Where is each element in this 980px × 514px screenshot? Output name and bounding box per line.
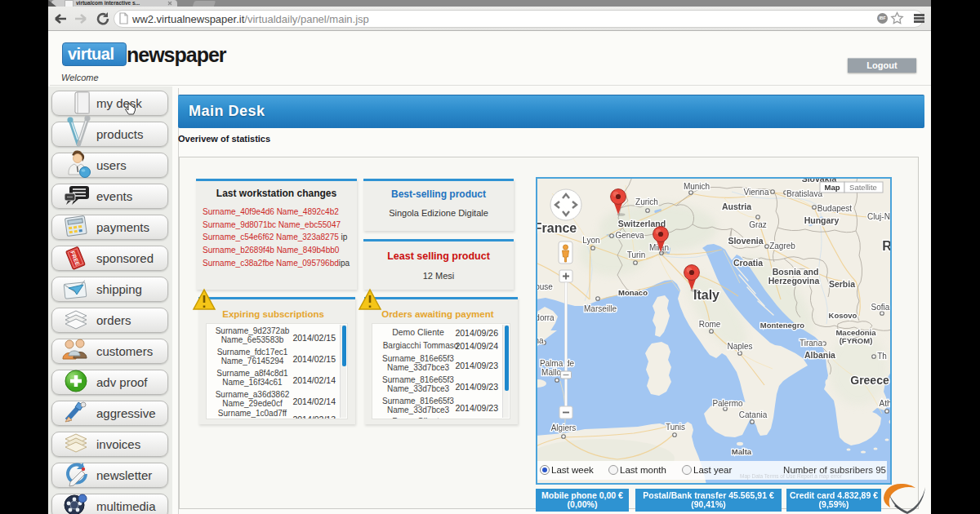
svg-text:Rome: Rome bbox=[699, 320, 721, 329]
svg-text:Marseille: Marseille bbox=[584, 304, 617, 313]
svg-text:Slovenia: Slovenia bbox=[728, 236, 763, 246]
svg-text:Tirana: Tirana bbox=[800, 339, 822, 348]
svg-text:Bratislava: Bratislava bbox=[786, 189, 822, 198]
svg-text:Serbia: Serbia bbox=[829, 279, 855, 289]
svg-text:Last month: Last month bbox=[620, 465, 666, 475]
svg-text:Ath: Ath bbox=[879, 399, 891, 408]
svg-text:Turin: Turin bbox=[627, 250, 645, 259]
svg-text:Sofia: Sofia bbox=[871, 303, 890, 312]
svg-text:Mallo: Mallo bbox=[541, 368, 561, 377]
svg-text:ouse: ouse bbox=[536, 282, 553, 291]
svg-text:Lyon: Lyon bbox=[582, 236, 599, 245]
svg-text:Albania: Albania bbox=[804, 350, 835, 360]
svg-text:Monaco: Monaco bbox=[618, 288, 648, 297]
svg-text:Naples: Naples bbox=[727, 342, 752, 351]
svg-text:(FYROM): (FYROM) bbox=[840, 336, 873, 345]
svg-text:Last week: Last week bbox=[551, 465, 594, 475]
svg-text:Satellite: Satellite bbox=[849, 183, 877, 192]
svg-text:Geneva: Geneva bbox=[615, 231, 644, 240]
svg-text:France: France bbox=[536, 221, 577, 235]
svg-text:Zagreb: Zagreb bbox=[769, 241, 795, 250]
svg-text:Munich: Munich bbox=[684, 182, 710, 191]
svg-text:Herzegovina: Herzegovina bbox=[768, 276, 820, 286]
svg-text:Graz: Graz bbox=[749, 220, 767, 229]
svg-text:Last year: Last year bbox=[693, 465, 732, 475]
svg-text:Zurich: Zurich bbox=[635, 197, 658, 206]
svg-text:Algiers: Algiers bbox=[551, 423, 577, 432]
svg-text:Budapest: Budapest bbox=[817, 204, 852, 213]
svg-text:Vienna: Vienna bbox=[744, 188, 769, 197]
svg-text:Hungary: Hungary bbox=[804, 215, 840, 225]
svg-text:Greece: Greece bbox=[850, 374, 889, 387]
svg-text:Map: Map bbox=[825, 183, 840, 192]
svg-text:Th: Th bbox=[877, 352, 887, 361]
svg-text:Number of subsribers 95: Number of subsribers 95 bbox=[783, 465, 886, 475]
svg-text:Croatia: Croatia bbox=[733, 258, 763, 268]
svg-text:Malta: Malta bbox=[732, 447, 752, 456]
svg-text:dorra: dorra bbox=[536, 313, 555, 322]
svg-text:Kosovo: Kosovo bbox=[829, 311, 858, 320]
svg-text:Catania: Catania bbox=[739, 410, 768, 419]
svg-text:Montenegro: Montenegro bbox=[760, 321, 805, 330]
svg-text:Cluj-N: Cluj-N bbox=[867, 212, 890, 221]
svg-text:Palermo: Palermo bbox=[712, 399, 743, 408]
svg-text:Austria: Austria bbox=[722, 202, 751, 211]
svg-text:Tunis: Tunis bbox=[666, 423, 685, 432]
svg-text:Palma de: Palma de bbox=[540, 359, 575, 368]
